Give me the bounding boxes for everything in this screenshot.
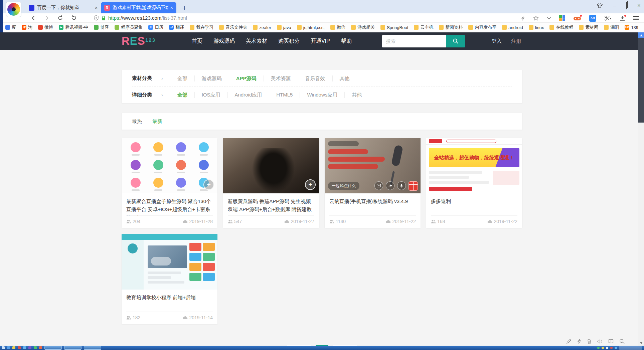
filter-option-row1-1[interactable]: 游戏源码 [194, 75, 229, 81]
nav-item-3[interactable]: 购买积分 [278, 38, 300, 45]
result-card-4[interactable]: 全站精选，超值购物，统统返现返！ 多多返利 168 [426, 138, 522, 228]
back-button[interactable] [31, 15, 36, 21]
shield-add-icon[interactable] [94, 15, 99, 21]
bookmark-item-6[interactable]: 8 日历 [148, 24, 163, 30]
bookmark-item-22[interactable]: 素材网 [579, 24, 598, 30]
new-tab-button[interactable]: + [180, 4, 189, 12]
speaker-icon[interactable] [597, 339, 603, 344]
bookmark-item-11[interactable]: java [277, 25, 291, 30]
lightning-icon[interactable] [521, 15, 525, 21]
filter-option-row1-3[interactable]: 美术资源 [264, 75, 298, 81]
browser-tab-1[interactable]: R 游戏素材下载,游戏源码下载 - R × [101, 2, 176, 13]
edit-pen-icon[interactable] [566, 339, 572, 344]
nav-item-2[interactable]: 美术素材 [246, 38, 267, 45]
filter-option-row1-5[interactable]: 其他 [332, 75, 357, 81]
browser-tab-0[interactable]: 百度一下，你就知道 × [25, 2, 101, 13]
tray-icon[interactable] [615, 347, 617, 349]
browser-logo[interactable] [6, 2, 21, 17]
url-text[interactable]: https://www.res123.com/list-37.html [108, 15, 187, 21]
nav-item-0[interactable]: 首页 [192, 38, 202, 45]
card-title[interactable]: 最新聚合直播盒子原生源码 聚合130个直播平台 安卓+IOS+超级后台+卡密系统… [122, 193, 217, 215]
filter-option-row2-0[interactable]: 全部 [170, 92, 194, 98]
sort-tab-0[interactable]: 最热 [132, 118, 142, 125]
taskbar-app-icon[interactable] [18, 346, 21, 349]
card-title[interactable]: 教育培训学校小程序 前端+后端 [122, 290, 217, 312]
filter-option-row2-4[interactable]: Windows应用 [300, 92, 344, 98]
favorite-star-icon[interactable] [533, 15, 539, 21]
reader-mode-icon[interactable] [608, 339, 614, 344]
refresh-button[interactable] [57, 15, 63, 21]
filter-option-row2-1[interactable]: IOS应用 [194, 92, 227, 98]
bookmark-item-12[interactable]: js,html,css, [297, 25, 325, 30]
games-icon[interactable] [573, 15, 581, 21]
bookmark-item-7[interactable]: 译 翻译 [169, 24, 184, 30]
bookmark-item-20[interactable]: linux [529, 25, 544, 30]
bookmark-item-1[interactable]: 淘 淘 [22, 24, 32, 30]
ad-block-icon[interactable]: AO [589, 15, 596, 22]
filter-option-row1-2[interactable]: APP源码 [229, 75, 264, 81]
screenshot-scissors-icon[interactable] [604, 15, 612, 21]
taskbar-window-button[interactable] [44, 346, 62, 350]
restore-session-icon[interactable] [71, 15, 77, 21]
zoom-search-icon[interactable] [619, 339, 625, 344]
tab-close-icon[interactable]: × [95, 5, 98, 10]
taskbar-app-icon[interactable] [12, 346, 15, 349]
taskbar-app-icon[interactable] [23, 346, 26, 349]
result-card-1[interactable]: + 最新聚合直播盒子原生源码 聚合130个直播平台 安卓+IOS+超级后台+卡密… [122, 138, 217, 228]
system-tray[interactable] [597, 346, 642, 350]
tray-icon[interactable] [602, 347, 604, 349]
bookmark-item-10[interactable]: zealer [253, 25, 271, 30]
result-card-2[interactable]: + 新版黄瓜源码 番茄APP源码 先生视频双端 APP源码+后台+数据库 附搭建… [223, 138, 319, 228]
apps-grid-icon[interactable] [559, 15, 565, 21]
chevron-down-icon[interactable] [547, 17, 551, 20]
filter-option-row2-3[interactable]: HTML5 [269, 92, 300, 98]
taskbar-app-icon[interactable] [34, 346, 37, 349]
tray-icon[interactable] [606, 347, 608, 349]
menu-icon[interactable] [633, 16, 639, 20]
trash-icon[interactable] [587, 339, 592, 344]
filter-option-row1-0[interactable]: 全部 [170, 75, 194, 81]
filter-option-row1-4[interactable]: 音乐音效 [298, 75, 332, 81]
start-button[interactable] [2, 346, 5, 349]
scrollbar-up-arrow[interactable] [638, 32, 644, 38]
taskbar-clock[interactable] [619, 346, 642, 350]
theme-skin-icon[interactable] [597, 3, 603, 9]
bookmark-item-19[interactable]: android [502, 25, 523, 30]
bookmark-item-21[interactable]: 在线教程 [549, 24, 573, 30]
sort-tab-1[interactable]: 最新 [147, 118, 162, 125]
bookmark-item-17[interactable]: 新闻资料 [439, 24, 463, 30]
prev-page-button[interactable]: 上一页 [287, 345, 311, 346]
bookmark-item-5[interactable]: 程序员聚集 [115, 24, 143, 30]
result-card-3[interactable]: 一起说点什么 云豹直播(手机直播)系统源码 v3.4.9 1140 [325, 138, 421, 228]
nav-item-1[interactable]: 游戏源码 [213, 38, 235, 45]
bookmark-item-3[interactable]: ▶ 腾讯视频-中 [59, 24, 88, 30]
bookmark-item-15[interactable]: SpringBoot [380, 25, 408, 30]
result-card-5[interactable]: 教育培训学校小程序 前端+后端 182 2019-11-14 [122, 234, 217, 324]
register-link[interactable]: 注册 [511, 38, 521, 44]
minimize-button[interactable]: – [613, 1, 616, 10]
downloads-icon[interactable] [620, 15, 625, 21]
url-box[interactable]: https://www.res123.com/list-37.html [94, 15, 187, 21]
taskbar-app-icon[interactable] [7, 346, 10, 349]
site-logo[interactable]: RES123 [122, 35, 156, 47]
close-button[interactable]: × [637, 1, 641, 10]
current-page-button[interactable]: 1 [316, 345, 328, 346]
card-title[interactable]: 多多返利 [426, 193, 522, 215]
windows-taskbar[interactable] [0, 346, 644, 350]
boost-lightning-icon[interactable] [577, 339, 581, 344]
bookmark-item-13[interactable]: 微信 [330, 24, 345, 30]
taskbar-app-icon[interactable] [39, 346, 42, 349]
bookmark-item-4[interactable]: 博客 [94, 24, 109, 30]
bookmark-item-16[interactable]: 云主机 [414, 24, 433, 30]
taskbar-window-button[interactable] [64, 346, 82, 350]
card-title[interactable]: 新版黄瓜源码 番茄APP源码 先生视频双端 APP源码+后台+数据库 附搭建教程 [223, 193, 319, 215]
bookmark-item-24[interactable]: 139 139 [625, 25, 638, 30]
tray-icon[interactable] [597, 347, 600, 349]
bookmark-item-23[interactable]: 漏洞 [604, 24, 619, 30]
search-button[interactable] [446, 35, 465, 47]
bookmark-item-18[interactable]: 内容发布平 [468, 24, 496, 30]
next-page-button[interactable]: 下一页 [333, 345, 357, 346]
page-scrollbar[interactable] [638, 32, 644, 346]
search-input[interactable] [382, 35, 446, 47]
maximize-button[interactable] [626, 1, 627, 10]
